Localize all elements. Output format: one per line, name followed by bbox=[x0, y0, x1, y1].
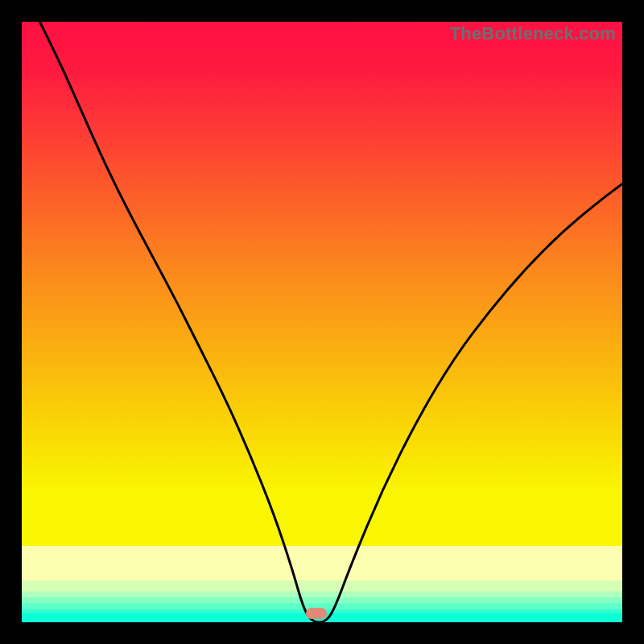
chart-frame: TheBottleneck.com bbox=[0, 0, 644, 644]
gradient-background bbox=[22, 22, 622, 622]
optimal-point-marker bbox=[306, 608, 327, 619]
svg-rect-0 bbox=[22, 22, 622, 622]
plot-area: TheBottleneck.com bbox=[22, 22, 622, 622]
watermark-text: TheBottleneck.com bbox=[450, 23, 616, 44]
